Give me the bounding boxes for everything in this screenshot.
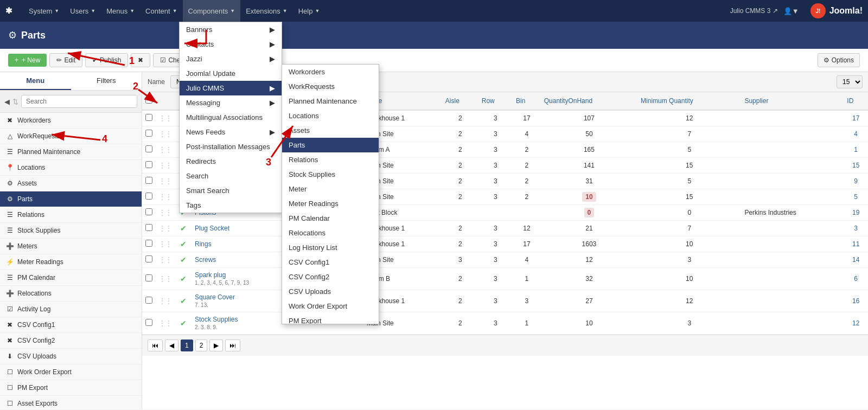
row-checkbox-cell[interactable] xyxy=(142,268,156,290)
drag-handle[interactable]: ⋮⋮ xyxy=(156,158,175,174)
row-checkbox-cell[interactable] xyxy=(142,236,156,252)
menu-item-contacts[interactable]: Contacts▶ xyxy=(180,37,282,52)
col-row-header[interactable]: Row xyxy=(478,92,513,110)
status-cell[interactable]: ✔ xyxy=(175,252,192,268)
status-cell[interactable]: ✔ xyxy=(175,290,192,312)
nav-users[interactable]: Users ▼ xyxy=(65,0,101,22)
status-cell[interactable]: ✔ xyxy=(175,312,192,335)
submenu-relations[interactable]: Relations xyxy=(282,152,379,167)
menu-item-tags[interactable]: Tags xyxy=(180,198,282,213)
id-cell[interactable]: 5 xyxy=(844,189,868,205)
status-cell[interactable]: ✔ xyxy=(175,268,192,290)
id-link[interactable]: 11 xyxy=(852,240,859,248)
col-id-header[interactable]: ID xyxy=(844,92,868,110)
id-cell[interactable]: 4 xyxy=(844,126,868,142)
row-checkbox-cell[interactable] xyxy=(142,158,156,174)
submenu-parts[interactable]: Parts xyxy=(282,138,379,152)
row-checkbox-cell[interactable] xyxy=(142,290,156,312)
submenu-workorders[interactable]: Workorders xyxy=(282,65,379,79)
drag-handle[interactable]: ⋮⋮ xyxy=(156,290,175,312)
row-checkbox[interactable] xyxy=(145,255,152,262)
id-cell[interactable]: 1 xyxy=(844,142,868,158)
submenu-meter[interactable]: Meter xyxy=(282,182,379,196)
col-select-all[interactable] xyxy=(142,92,156,110)
menu-item-banners[interactable]: Banners▶ xyxy=(180,22,282,37)
id-link[interactable]: 19 xyxy=(852,209,859,216)
row-checkbox[interactable] xyxy=(145,114,152,121)
id-link[interactable]: 1 xyxy=(854,146,858,153)
submenu-pm-export[interactable]: PM Export xyxy=(282,313,379,324)
sidebar-item-asset-exports[interactable]: ☐ Asset Exports xyxy=(0,396,142,409)
page-2-button[interactable]: 2 xyxy=(195,339,208,351)
status-cell[interactable]: ✔ xyxy=(175,221,192,236)
row-checkbox-cell[interactable] xyxy=(142,252,156,268)
status-cell[interactable]: ✔ xyxy=(175,236,192,252)
menu-item-redirects[interactable]: Redirects xyxy=(180,154,282,169)
col-min-qty-header[interactable]: Minimum Quantity xyxy=(637,92,741,110)
row-checkbox[interactable] xyxy=(145,177,152,184)
sidebar-item-activity-log[interactable]: ☑ Activity Log xyxy=(0,302,142,317)
menu-item-multilingual[interactable]: Multilingual Associations xyxy=(180,110,282,125)
first-page-button[interactable]: ⏮ xyxy=(148,339,163,351)
collapse-icon[interactable]: ◀ xyxy=(4,98,10,106)
row-checkbox[interactable] xyxy=(145,240,152,247)
row-checkbox-cell[interactable] xyxy=(142,126,156,142)
row-checkbox-cell[interactable] xyxy=(142,142,156,158)
drag-handle[interactable]: ⋮⋮ xyxy=(156,205,175,221)
id-cell[interactable]: 17 xyxy=(844,110,868,126)
menu-item-post-installation[interactable]: Post-installation Messages xyxy=(180,139,282,154)
row-checkbox-cell[interactable] xyxy=(142,221,156,236)
submenu-planned-maintenance[interactable]: Planned Maintenance xyxy=(282,94,379,108)
edit-button[interactable]: ✏ Edit xyxy=(49,53,82,67)
part-name-link[interactable]: Rings xyxy=(195,240,212,248)
sidebar-item-workrequests[interactable]: △ WorkRequests xyxy=(0,129,142,144)
last-page-button[interactable]: ⏭ xyxy=(225,339,240,351)
col-aisle-header[interactable]: Aisle xyxy=(442,92,478,110)
drag-handle[interactable]: ⋮⋮ xyxy=(156,312,175,335)
options-button[interactable]: ⚙ Options xyxy=(818,53,860,67)
drag-handle[interactable]: ⋮⋮ xyxy=(156,221,175,236)
id-link[interactable]: 15 xyxy=(852,162,859,169)
id-link[interactable]: 17 xyxy=(852,114,859,122)
sidebar-item-pm-calendar[interactable]: ☰ PM Calendar xyxy=(0,270,142,286)
row-checkbox[interactable] xyxy=(145,145,152,152)
id-link[interactable]: 6 xyxy=(854,275,858,283)
sidebar-item-work-order-export[interactable]: ☐ Work Order Export xyxy=(0,364,142,380)
nav-extensions[interactable]: Extensions ▼ xyxy=(240,0,293,22)
nav-components[interactable]: Components ▼ xyxy=(183,0,241,22)
part-name-link[interactable]: Spark plug xyxy=(195,271,226,279)
new-button[interactable]: + + New xyxy=(8,54,47,67)
sidebar-item-relocations[interactable]: ➕ Relocations xyxy=(0,286,142,302)
id-cell[interactable]: 6 xyxy=(844,268,868,290)
drag-handle[interactable]: ⋮⋮ xyxy=(156,126,175,142)
user-info[interactable]: Julio CMMS 3 ↗ xyxy=(730,7,778,15)
col-bin-header[interactable]: Bin xyxy=(513,92,541,110)
publish-button[interactable]: ✔ Publish xyxy=(85,53,128,67)
submenu-relocations[interactable]: Relocations xyxy=(282,226,379,240)
sidebar-item-stock-supplies[interactable]: ☰ Stock Supplies xyxy=(0,223,142,239)
id-link[interactable]: 16 xyxy=(852,297,859,305)
page-1-button[interactable]: 1 xyxy=(181,339,193,351)
id-cell[interactable]: 19 xyxy=(844,205,868,221)
sidebar-item-meter-readings[interactable]: ⚡ Meter Readings xyxy=(0,254,142,270)
row-checkbox[interactable] xyxy=(145,208,152,215)
sidebar-item-locations[interactable]: 📍 Locations xyxy=(0,160,142,176)
col-qty-header[interactable]: QuantityOnHand xyxy=(541,92,637,110)
menu-item-smart-search[interactable]: Smart Search xyxy=(180,183,282,198)
row-checkbox-cell[interactable] xyxy=(142,174,156,189)
sidebar-item-meters[interactable]: ➕ Meters xyxy=(0,239,142,254)
part-name-link[interactable]: Stock Supplies xyxy=(195,316,238,323)
id-cell[interactable]: 16 xyxy=(844,290,868,312)
sidebar-item-relations[interactable]: ☰ Relations xyxy=(0,207,142,223)
id-link[interactable]: 4 xyxy=(854,130,858,138)
drag-handle[interactable]: ⋮⋮ xyxy=(156,189,175,205)
menu-item-messaging[interactable]: Messaging▶ xyxy=(180,95,282,110)
id-link[interactable]: 5 xyxy=(854,193,858,201)
id-link[interactable]: 12 xyxy=(852,319,859,327)
row-checkbox-cell[interactable] xyxy=(142,110,156,126)
part-name-link[interactable]: Screws xyxy=(195,256,216,264)
sidebar-item-parts[interactable]: ⚙ Parts xyxy=(0,191,142,207)
row-checkbox[interactable] xyxy=(145,161,152,168)
id-cell[interactable]: 3 xyxy=(844,221,868,236)
submenu-pm-calendar[interactable]: PM Calendar xyxy=(282,211,379,226)
